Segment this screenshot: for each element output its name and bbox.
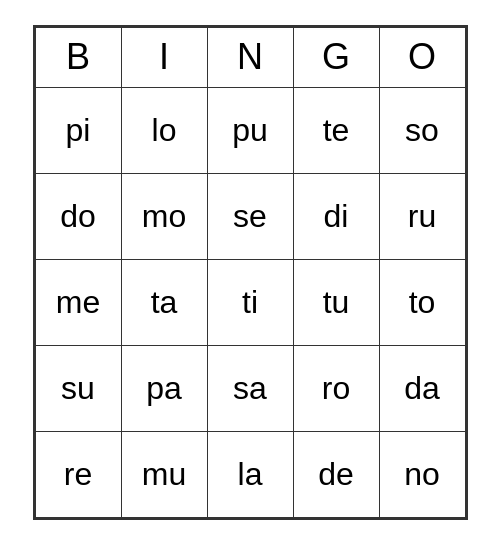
cell-0-4: so [379,87,465,173]
table-row: metatituto [35,259,465,345]
cell-0-1: lo [121,87,207,173]
table-row: piloputeso [35,87,465,173]
header-row: BINGO [35,27,465,87]
cell-1-0: do [35,173,121,259]
cell-4-2: la [207,431,293,517]
cell-2-2: ti [207,259,293,345]
cell-2-1: ta [121,259,207,345]
cell-1-1: mo [121,173,207,259]
cell-3-3: ro [293,345,379,431]
cell-1-3: di [293,173,379,259]
cell-3-0: su [35,345,121,431]
header-cell-b: B [35,27,121,87]
header-cell-o: O [379,27,465,87]
cell-3-1: pa [121,345,207,431]
cell-3-4: da [379,345,465,431]
cell-0-2: pu [207,87,293,173]
cell-2-0: me [35,259,121,345]
cell-4-4: no [379,431,465,517]
cell-4-0: re [35,431,121,517]
cell-0-3: te [293,87,379,173]
bingo-table: BINGO piloputesodomosedirumetatitutosupa… [35,27,466,518]
bingo-card: BINGO piloputesodomosedirumetatitutosupa… [33,25,468,520]
header-cell-g: G [293,27,379,87]
table-row: domosediru [35,173,465,259]
cell-2-3: tu [293,259,379,345]
cell-2-4: to [379,259,465,345]
header-cell-i: I [121,27,207,87]
cell-0-0: pi [35,87,121,173]
cell-3-2: sa [207,345,293,431]
cell-4-1: mu [121,431,207,517]
cell-1-4: ru [379,173,465,259]
cell-1-2: se [207,173,293,259]
table-row: supasaroda [35,345,465,431]
table-row: remuladeno [35,431,465,517]
header-cell-n: N [207,27,293,87]
cell-4-3: de [293,431,379,517]
